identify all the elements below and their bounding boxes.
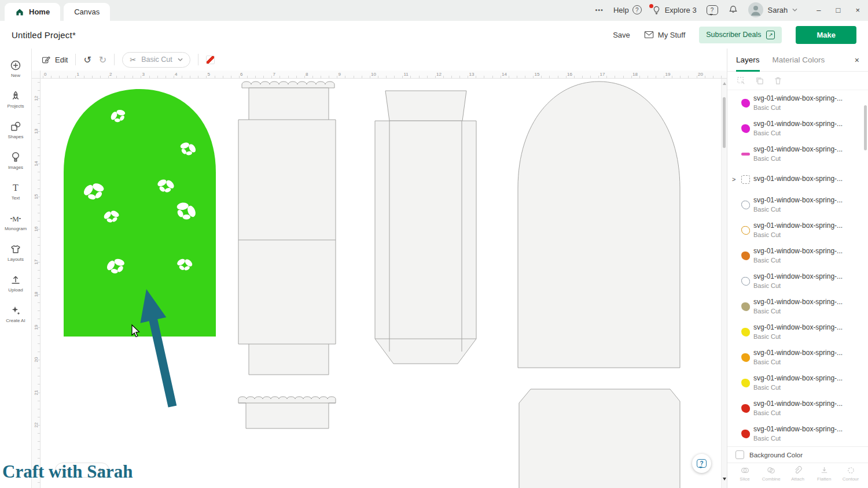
window-controls: – □ × xyxy=(816,6,860,14)
feedback-chat-icon[interactable]: ? xyxy=(707,5,718,15)
layer-row[interactable]: svg-01-window-box-spring-... Basic Cut xyxy=(727,370,868,395)
help-menu[interactable]: Help ? xyxy=(613,5,642,14)
flatten-button[interactable]: Flatten xyxy=(811,466,837,488)
ruler-number: 2 xyxy=(108,71,141,78)
ruler-number: 12 xyxy=(435,71,468,78)
duplicate-icon[interactable] xyxy=(755,76,764,85)
sidebar-item-create-ai[interactable]: Create AI xyxy=(0,298,31,329)
sidebar-item-label: Create AI xyxy=(6,318,25,323)
sidebar-item-new[interactable]: New xyxy=(0,53,31,84)
layer-color-swatch[interactable] xyxy=(741,379,750,387)
layers-scrollbar-thumb[interactable] xyxy=(864,105,867,150)
edit-menu[interactable]: Edit xyxy=(41,55,68,65)
layer-row[interactable]: svg-01-window-box-spring-... Basic Cut xyxy=(727,294,868,319)
combine-button[interactable]: Combine xyxy=(759,466,784,488)
tab-material-colors[interactable]: Material Colors xyxy=(773,49,825,72)
layer-row[interactable]: svg-01-window-box-spring-... Basic Cut xyxy=(727,192,868,217)
undo-button[interactable]: ↺ xyxy=(83,54,91,65)
sidebar-item-text[interactable]: T Text xyxy=(0,176,31,206)
canvas-workspace[interactable] xyxy=(41,79,721,488)
vertical-ruler: 1213141516171819202122 xyxy=(32,79,41,488)
layer-color-swatch[interactable] xyxy=(741,252,750,260)
layer-expand-chevron-icon[interactable]: > xyxy=(732,176,738,183)
minimize-button[interactable]: – xyxy=(816,6,821,14)
layer-color-swatch[interactable] xyxy=(741,201,750,209)
box-template-scallop-strip-top xyxy=(242,82,334,88)
scroll-up-icon[interactable] xyxy=(723,80,726,85)
sidebar-item-images[interactable]: Images xyxy=(0,145,31,176)
sidebar-item-shapes[interactable]: Shapes xyxy=(0,114,31,145)
contour-button[interactable]: Contour xyxy=(838,466,863,488)
slice-label: Slice xyxy=(740,476,749,482)
layer-row[interactable]: > svg-01-window-box-spring-... xyxy=(727,167,868,192)
scroll-down-icon[interactable] xyxy=(723,478,726,482)
ruler-corner xyxy=(32,71,41,79)
green-arch-shape[interactable] xyxy=(64,89,216,337)
my-stuff-button[interactable]: My Stuff xyxy=(644,31,685,39)
tab-layers[interactable]: Layers xyxy=(736,49,760,72)
bell-icon[interactable] xyxy=(728,5,738,15)
layer-color-swatch[interactable] xyxy=(741,430,750,438)
layer-row[interactable]: svg-01-window-box-spring-... Basic Cut xyxy=(727,116,868,141)
user-menu[interactable]: Sarah xyxy=(748,2,798,17)
layer-color-swatch[interactable] xyxy=(741,404,750,413)
ruler-number: 14 xyxy=(32,147,40,180)
layer-color-swatch[interactable] xyxy=(741,124,750,133)
panel-close-icon[interactable]: × xyxy=(855,56,859,65)
box-template-pieces[interactable] xyxy=(238,82,680,488)
help-floating-button[interactable]: ? xyxy=(692,454,711,473)
layer-row[interactable]: svg-01-window-box-spring-... Basic Cut xyxy=(727,90,868,116)
layer-row[interactable]: svg-01-window-box-spring-... Basic Cut xyxy=(727,395,868,421)
subscriber-deals-button[interactable]: Subscriber Deals ↗ xyxy=(699,27,782,43)
redo-button[interactable]: ↻ xyxy=(99,54,106,65)
envelope-icon xyxy=(644,31,654,39)
make-button[interactable]: Make xyxy=(796,26,856,44)
sidebar-item-monogram[interactable]: M Monogram xyxy=(0,206,31,237)
color-swatch-red[interactable] xyxy=(206,56,215,64)
project-header-actions: Save My Stuff Subscriber Deals ↗ Make xyxy=(613,26,856,44)
explore-menu[interactable]: Explore 3 xyxy=(652,5,697,15)
tshirt-icon xyxy=(10,243,21,255)
sidebar-item-projects[interactable]: Projects xyxy=(0,84,31,114)
close-button[interactable]: × xyxy=(855,6,860,14)
background-color-swatch[interactable] xyxy=(735,450,744,459)
ruler-number: 0 xyxy=(43,71,76,78)
trash-icon[interactable] xyxy=(774,76,782,85)
canvas-vertical-scrollbar[interactable] xyxy=(721,79,727,488)
layer-color-swatch[interactable] xyxy=(741,175,750,184)
save-button[interactable]: Save xyxy=(613,31,630,39)
tab-canvas[interactable]: Canvas xyxy=(64,3,110,21)
layer-row[interactable]: svg-01-window-box-spring-... Basic Cut xyxy=(727,217,868,243)
scrollbar-thumb[interactable] xyxy=(723,97,726,148)
maximize-button[interactable]: □ xyxy=(836,6,841,14)
linetype-dropdown[interactable]: ✂ Basic Cut xyxy=(122,52,190,68)
overflow-menu-icon[interactable]: ••• xyxy=(595,6,604,13)
ruler-number: 15 xyxy=(32,180,40,213)
select-all-icon[interactable] xyxy=(737,76,745,85)
layer-color-swatch[interactable] xyxy=(741,353,750,362)
layer-color-swatch[interactable] xyxy=(741,226,750,235)
app-tabs: Home Canvas xyxy=(0,3,110,21)
attach-button[interactable]: Attach xyxy=(785,466,811,488)
layer-color-swatch[interactable] xyxy=(741,328,750,337)
layer-row[interactable]: svg-01-window-box-spring-... Basic Cut xyxy=(727,319,868,345)
layer-row[interactable]: svg-01-window-box-spring-... Basic Cut xyxy=(727,268,868,294)
layer-color-swatch[interactable] xyxy=(741,99,750,108)
layer-color-swatch[interactable] xyxy=(741,153,750,156)
slice-button[interactable]: Slice xyxy=(732,466,757,488)
layers-panel-header: Layers Material Colors × xyxy=(727,49,868,72)
layer-color-swatch[interactable] xyxy=(741,277,750,286)
tab-home[interactable]: Home xyxy=(5,3,60,21)
layer-row[interactable]: svg-01-window-box-spring-... Basic Cut xyxy=(727,421,868,446)
sidebar-item-layouts[interactable]: Layouts xyxy=(0,237,31,268)
sidebar-item-upload[interactable]: Upload xyxy=(0,268,31,298)
layer-row[interactable]: svg-01-window-box-spring-... Basic Cut xyxy=(727,141,868,167)
background-color-row[interactable]: Background Color xyxy=(727,446,868,463)
main-area: New Projects Shapes Images T Text M Mono… xyxy=(0,49,868,488)
layer-row[interactable]: svg-01-window-box-spring-... Basic Cut xyxy=(727,345,868,370)
layer-row[interactable]: svg-01-window-box-spring-... Basic Cut xyxy=(727,243,868,268)
notification-dot xyxy=(649,4,653,8)
layer-color-swatch[interactable] xyxy=(741,302,750,311)
balloon-icon xyxy=(10,151,21,163)
ruler-number: 7 xyxy=(272,71,305,78)
